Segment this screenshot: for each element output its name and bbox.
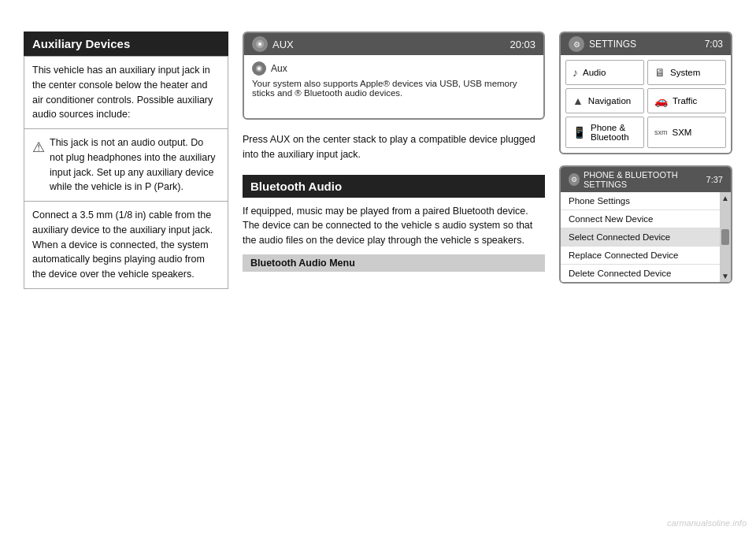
aux-screen-icon bbox=[252, 36, 268, 52]
audio-icon: ♪ bbox=[573, 66, 578, 79]
right-column: ⚙ SETTINGS 7:03 ♪ Audio 🖥 System bbox=[559, 32, 732, 502]
settings-btn-system-label: System bbox=[670, 68, 700, 77]
settings-btn-navigation-label: Navigation bbox=[588, 96, 631, 106]
navigation-icon: ▲ bbox=[573, 95, 584, 107]
sxm-icon: sxm bbox=[654, 128, 668, 136]
bluetooth-menu-label: Bluetooth Audio Menu bbox=[243, 254, 545, 272]
svg-point-1 bbox=[258, 43, 261, 46]
settings-btn-sxm-label: SXM bbox=[673, 128, 692, 137]
settings-btn-audio[interactable]: ♪ Audio bbox=[565, 60, 644, 85]
phone-bt-item-phone-settings[interactable]: Phone Settings bbox=[561, 192, 720, 210]
auxiliary-devices-title: Auxiliary Devices bbox=[24, 32, 228, 56]
caution-text: This jack is not an audio output. Do not… bbox=[50, 135, 220, 195]
phone-bt-header-time: 7:37 bbox=[706, 175, 723, 184]
settings-grid: ♪ Audio 🖥 System ▲ Navigation 🚗 Traffic bbox=[561, 55, 731, 153]
bluetooth-desc: If equipped, music may be played from a … bbox=[243, 198, 545, 254]
scroll-down-arrow[interactable]: ▼ bbox=[721, 272, 729, 280]
settings-btn-traffic[interactable]: 🚗 Traffic bbox=[647, 88, 726, 113]
caution-box: ⚠ This jack is not an audio output. Do n… bbox=[24, 129, 228, 202]
watermark: carmanualsoline.info bbox=[667, 518, 747, 528]
aux-caption: Press AUX on the center stack to play a … bbox=[243, 128, 545, 170]
settings-header-label: SETTINGS bbox=[589, 39, 636, 50]
system-icon: 🖥 bbox=[654, 66, 665, 79]
settings-gear-icon: ⚙ bbox=[569, 36, 584, 52]
scroll-thumb bbox=[721, 229, 729, 245]
aux-body-text: Your system also supports Apple® devices… bbox=[252, 79, 517, 98]
connect-info-box: Connect a 3.5 mm (1/8 in) cable from the… bbox=[24, 202, 228, 289]
phone-bt-gear-icon: ⚙ bbox=[569, 173, 580, 186]
bluetooth-title: Bluetooth Audio bbox=[243, 175, 545, 198]
aux-screen-body: Aux Your system also supports Apple® dev… bbox=[244, 55, 543, 118]
aux-screen: AUX 20:03 Aux Your system a bbox=[243, 32, 545, 120]
aux-sub-label: Aux bbox=[271, 63, 287, 74]
settings-btn-sxm[interactable]: sxm SXM bbox=[647, 117, 726, 148]
phone-bt-item-replace-connected[interactable]: Replace Connected Device bbox=[561, 247, 720, 265]
traffic-icon: 🚗 bbox=[654, 95, 668, 107]
phone-bt-header: ⚙ PHONE & BLUETOOTH SETTINGS 7:37 bbox=[561, 167, 731, 192]
phone-bt-screen: ⚙ PHONE & BLUETOOTH SETTINGS 7:37 Phone … bbox=[559, 165, 732, 284]
settings-btn-audio-label: Audio bbox=[583, 68, 606, 77]
scroll-up-arrow[interactable]: ▲ bbox=[721, 194, 729, 202]
settings-screen: ⚙ SETTINGS 7:03 ♪ Audio 🖥 System bbox=[559, 32, 732, 154]
left-column: Auxiliary Devices This vehicle has an au… bbox=[24, 32, 228, 502]
aux-screen-header: AUX 20:03 bbox=[244, 33, 543, 55]
phone-bt-header-label: PHONE & BLUETOOTH SETTINGS bbox=[584, 170, 706, 189]
settings-btn-traffic-label: Traffic bbox=[673, 96, 697, 106]
settings-btn-system[interactable]: 🖥 System bbox=[647, 60, 726, 85]
phone-bt-item-delete-connected[interactable]: Delete Connected Device bbox=[561, 265, 720, 282]
aux-screen-time: 20:03 bbox=[510, 39, 536, 50]
settings-header-time: 7:03 bbox=[705, 39, 723, 50]
phone-bt-item-connect-new[interactable]: Connect New Device bbox=[561, 210, 720, 228]
main-page: Auxiliary Devices This vehicle has an au… bbox=[0, 0, 756, 534]
phone-bt-list: Phone Settings Connect New Device Select… bbox=[561, 192, 720, 282]
aux-sub-icon bbox=[252, 61, 266, 76]
caution-icon: ⚠ bbox=[32, 137, 45, 195]
settings-btn-phone-label: Phone & Bluetooth bbox=[591, 123, 637, 142]
settings-header: ⚙ SETTINGS 7:03 bbox=[561, 33, 731, 55]
svg-point-3 bbox=[258, 67, 261, 70]
phone-bt-body: Phone Settings Connect New Device Select… bbox=[561, 192, 731, 282]
phone-bt-item-select-connected[interactable]: Select Connected Device bbox=[561, 228, 720, 247]
auxiliary-info-box: This vehicle has an auxiliary input jack… bbox=[24, 56, 228, 129]
middle-column: AUX 20:03 Aux Your system a bbox=[243, 32, 545, 502]
aux-screen-label: AUX bbox=[272, 39, 294, 50]
aux-sub-label-row: Aux bbox=[252, 61, 536, 76]
phone-icon: 📱 bbox=[573, 126, 586, 139]
settings-btn-phone-bluetooth[interactable]: 📱 Phone & Bluetooth bbox=[565, 117, 644, 148]
settings-btn-navigation[interactable]: ▲ Navigation bbox=[565, 88, 644, 113]
phone-bt-scrollbar[interactable]: ▲ ▼ bbox=[720, 192, 731, 282]
